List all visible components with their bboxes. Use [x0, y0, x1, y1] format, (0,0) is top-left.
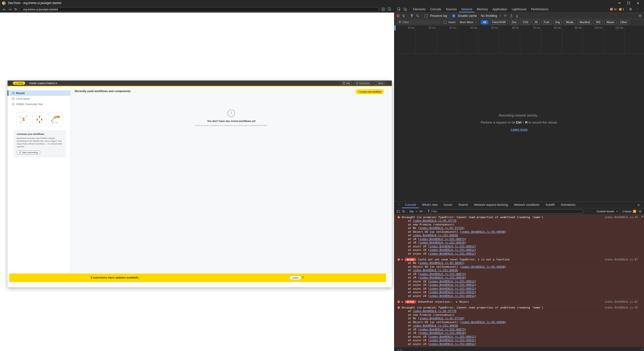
source-link[interactable]: index-Bnh0E6L6.js:87	[601, 300, 638, 304]
preferences-button[interactable]: Preferences	[354, 82, 372, 85]
drawer-tab-what-s-new[interactable]: What's new	[419, 202, 441, 208]
issue-count-badge[interactable]: 1	[619, 8, 624, 11]
network-timeline-ruler[interactable]: 10 ms20 ms30 ms40 ms50 ms60 ms70 ms80 ms…	[394, 25, 644, 54]
devtools-tab-elements[interactable]: Elements	[411, 6, 428, 12]
inspect-icon[interactable]	[388, 8, 391, 11]
filter-chip-js[interactable]: JS	[532, 20, 540, 24]
device-toolbar-icon[interactable]	[403, 8, 407, 11]
filter-chip-font[interactable]: Font	[542, 20, 552, 24]
filter-chip-other[interactable]: Other	[618, 20, 630, 24]
more-filters-button[interactable]: More filters	[460, 21, 473, 24]
home-button[interactable]: Home	[13, 82, 25, 85]
drawer-tab-search[interactable]: Search	[455, 202, 471, 208]
sidebar-item-recent[interactable]: Recent	[8, 90, 70, 96]
devtools-tab-memory[interactable]: Memory	[475, 6, 490, 12]
filter-chip-css[interactable]: CSS	[520, 20, 531, 24]
devtools-tab-application[interactable]: Application	[490, 6, 509, 12]
stack-source-link[interactable]: index-Bnh0E6L6.js:45:44698	[461, 265, 505, 268]
workflow-thumbnail-1[interactable]	[16, 112, 31, 126]
close-drawer-icon[interactable]: ×	[637, 203, 642, 207]
stack-source-link[interactable]: index-Bnh0E6L6.js:45:44698	[461, 230, 505, 233]
stack-source-link[interactable]: index-Bnh0E6L6.js:251:89018	[420, 241, 465, 244]
stack-source-link[interactable]: index-Bnh0E6L6.js:251:89636	[413, 324, 458, 327]
filter-chip-doc[interactable]: Doc	[509, 20, 519, 24]
filter-chip-media[interactable]: Media	[564, 20, 576, 24]
stack-source-link[interactable]: index-Bnh0E6L6.js:45:44698	[461, 321, 505, 324]
record-icon[interactable]	[397, 14, 400, 17]
console-scrollbar[interactable]: ▲▼	[641, 215, 644, 351]
devtools-tab-performance[interactable]: Performance	[529, 6, 551, 12]
stack-source-link[interactable]: index-Bnh0E6L6.js:251:89636	[413, 269, 458, 272]
console-prompt[interactable]: >	[394, 347, 644, 351]
console-sidebar-toggle-icon[interactable]	[397, 210, 400, 213]
expand-triangle-icon[interactable]: ▶	[402, 258, 403, 261]
filter-chip-wasm[interactable]: Wasm	[604, 20, 617, 24]
page-icon[interactable]	[382, 8, 385, 11]
drawer-tab-network-conditions[interactable]: Network conditions	[511, 202, 542, 208]
stack-source-link[interactable]: index-Bnh0E6L6.js:251:89636	[413, 234, 458, 237]
create-new-workflow-button[interactable]: + Create new workflow	[356, 89, 384, 94]
custom-levels-select[interactable]: Custom levels	[597, 210, 614, 213]
disable-cache-checkbox[interactable]: ✓	[452, 14, 455, 17]
filter-chip-all[interactable]: All	[481, 20, 488, 24]
start-automating-button[interactable]: Start automating	[17, 150, 40, 154]
stack-source-link[interactable]: index-Bnh0E6L6.js:251:89012	[430, 280, 475, 283]
filter-chip-img[interactable]: Img	[553, 20, 562, 24]
stack-source-link[interactable]: index-Bnh0E6L6.js:45:37779	[413, 219, 456, 222]
devtools-tab-sources[interactable]: Sources	[443, 6, 459, 12]
minimize-icon[interactable]	[618, 3, 621, 3]
close-window-icon[interactable]: ×	[636, 2, 639, 4]
maximize-icon[interactable]	[627, 2, 630, 4]
devtools-tab-lighthouse[interactable]: Lighthouse	[509, 6, 529, 12]
drawer-tab-animations[interactable]: Animations	[558, 202, 579, 208]
issues-chip[interactable]: 1 Issue: 1	[622, 210, 636, 213]
source-link[interactable]: index-Bnh0E6L6.js:45	[601, 306, 638, 309]
update-button[interactable]: Update	[289, 276, 301, 280]
stack-source-link[interactable]: index-Bnh0E6L6.js:251:89012	[430, 291, 475, 294]
live-expression-eye-icon[interactable]	[419, 210, 423, 213]
url-bar[interactable]: org.knime.ui.java/get-started	[20, 7, 379, 12]
sidebar-item-knime-community-hub[interactable]: KNIME Community Hub	[8, 101, 70, 107]
learn-more-link[interactable]: Learn more	[511, 128, 527, 131]
stack-source-link[interactable]: index-Bnh0E6L6.js:45:37720	[420, 317, 463, 320]
network-settings-gear-icon[interactable]	[638, 14, 642, 17]
stack-source-link[interactable]: index-Bnh0E6L6.js:251:89018	[420, 276, 465, 279]
stack-source-link[interactable]: index-Bnh0E6L6.js:251:89018	[420, 331, 465, 335]
help-button[interactable]: ?Help	[341, 82, 352, 85]
stack-source-link[interactable]: index-Bnh0E6L6.js:251:89012	[430, 283, 475, 287]
workflow-thumbnail-3[interactable]	[48, 112, 62, 126]
console-filter-input[interactable]: Filter	[425, 209, 584, 214]
inspect-element-icon[interactable]	[397, 8, 401, 11]
stack-source-link[interactable]: index-Bnh0E6L6.js:251:89012	[430, 245, 475, 248]
stack-source-link[interactable]: index-Bnh0E6L6.js:251:89012	[430, 339, 475, 342]
filter-chip-manifest[interactable]: Manifest	[577, 20, 592, 24]
stack-source-link[interactable]: index-Bnh0E6L6.js:45:38301	[420, 261, 463, 265]
network-conditions-icon[interactable]	[503, 14, 507, 17]
reload-icon[interactable]: ↻	[14, 8, 17, 11]
object-preview[interactable]: Object	[459, 300, 469, 304]
stack-source-link[interactable]: index-Bnh0E6L6.js:45:37720	[420, 226, 463, 230]
more-options-icon[interactable]: ⋮	[634, 8, 640, 11]
export-har-icon[interactable]	[515, 14, 519, 17]
network-filter-input[interactable]: Filter	[397, 20, 441, 24]
drawer-tab-issues[interactable]: Issues	[441, 202, 456, 208]
drawer-tab-autofill[interactable]: Autofill	[543, 202, 558, 208]
stack-source-link[interactable]: index-Bnh0E6L6.js:251:89012	[430, 294, 475, 298]
devtools-tab-network[interactable]: Network	[459, 6, 475, 12]
source-link[interactable]: index-Bnh0E6L6.js:87	[601, 258, 638, 261]
stack-source-link[interactable]: index-Bnh0E6L6.js:251:89012	[430, 248, 475, 252]
stack-source-link[interactable]: index-Bnh0E6L6.js:45:37779	[413, 309, 456, 313]
drawer-menu-icon[interactable]: ⋮	[396, 203, 402, 207]
filter-chip-ws[interactable]: WS	[594, 20, 603, 24]
timeline-handle[interactable]	[394, 25, 396, 30]
invert-checkbox[interactable]	[443, 21, 446, 24]
menu-button[interactable]: ⋮Menu	[373, 82, 385, 85]
source-link[interactable]: index-Bnh0E6L6.js:45	[601, 215, 638, 219]
drawer-tab-network-request-blocking[interactable]: Network request blocking	[471, 202, 511, 208]
expand-object-icon[interactable]: ▶	[456, 300, 458, 304]
stack-source-link[interactable]: index-Bnh0E6L6.js:251:89012	[430, 252, 475, 255]
workflow-thumbnail-2[interactable]	[32, 112, 47, 126]
search-icon[interactable]	[416, 14, 419, 17]
import-har-icon[interactable]	[510, 14, 513, 17]
console-settings-gear-icon[interactable]	[638, 210, 642, 213]
